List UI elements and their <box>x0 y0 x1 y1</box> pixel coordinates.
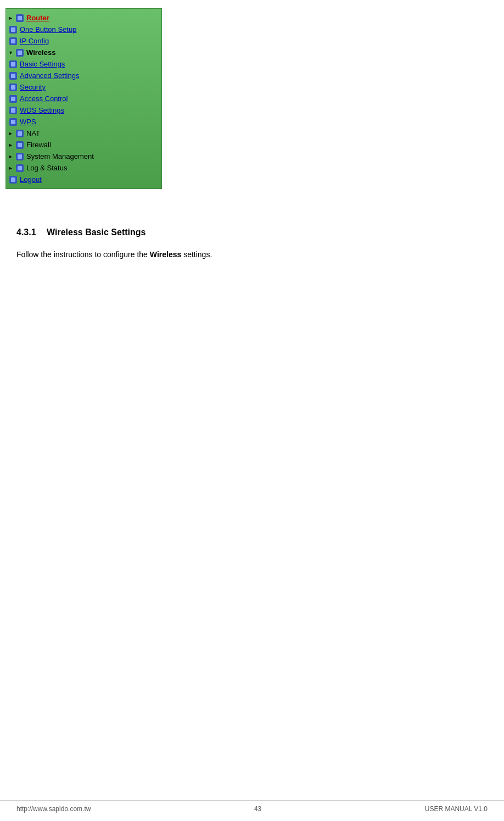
nav-item-nat[interactable]: ▸ NAT <box>6 127 161 139</box>
body-prefix: Follow the instructions to configure the <box>16 250 150 259</box>
expand-arrow-nat: ▸ <box>9 130 15 136</box>
nav-label-firewall: Firewall <box>26 141 51 149</box>
footer-website: http://www.sapido.com.tw <box>16 805 91 813</box>
nav-link-wds-settings[interactable]: WDS Settings <box>20 106 64 114</box>
folder-icon-system <box>16 153 24 160</box>
body-suffix: settings. <box>181 250 212 259</box>
expand-arrow-wireless: ▾ <box>9 49 15 56</box>
nav-item-security[interactable]: Security <box>6 81 161 93</box>
expand-arrow-log: ▸ <box>9 165 15 171</box>
nav-label-wireless: Wireless <box>26 48 55 57</box>
nav-title-router[interactable]: Router <box>26 14 49 22</box>
nav-label-nat: NAT <box>26 129 40 137</box>
nav-link-logout[interactable]: Logout <box>20 175 42 184</box>
nav-item-ip-config[interactable]: IP Config <box>6 35 161 47</box>
nav-item-logout[interactable]: Logout <box>6 174 161 185</box>
expand-arrow-router: ▸ <box>9 15 15 21</box>
nav-item-wds-settings[interactable]: WDS Settings <box>6 104 161 116</box>
nav-item-one-button-setup[interactable]: One Button Setup <box>6 24 161 35</box>
nav-item-firewall[interactable]: ▸ Firewall <box>6 139 161 151</box>
settings-icon-security <box>9 84 17 91</box>
nav-item-advanced-settings[interactable]: Advanced Settings <box>6 70 161 81</box>
expand-arrow-system: ▸ <box>9 153 15 159</box>
settings-icon-ip-config <box>9 37 17 45</box>
nav-link-ip-config[interactable]: IP Config <box>20 37 49 45</box>
folder-icon-firewall <box>16 141 24 149</box>
nav-item-log-status[interactable]: ▸ Log & Status <box>6 162 161 174</box>
nav-link-wps[interactable]: WPS <box>20 118 36 126</box>
settings-icon-wds <box>9 107 17 114</box>
nav-label-system-management: System Management <box>26 152 94 160</box>
nav-link-security[interactable]: Security <box>20 83 46 91</box>
footer-manual: USER MANUAL V1.0 <box>425 805 488 813</box>
nav-item-basic-settings[interactable]: Basic Settings <box>6 58 161 70</box>
nav-link-basic-settings[interactable]: Basic Settings <box>20 60 65 68</box>
nav-label-log-status: Log & Status <box>26 164 67 172</box>
nav-link-access-control[interactable]: Access Control <box>20 95 68 103</box>
folder-icon-router <box>16 14 24 22</box>
settings-icon-logout <box>9 176 17 184</box>
nav-item-wireless[interactable]: ▾ Wireless <box>6 47 161 58</box>
folder-icon-nat <box>16 130 24 137</box>
body-bold-word: Wireless <box>150 250 181 259</box>
nav-item-wps[interactable]: WPS <box>6 116 161 127</box>
section-title: Wireless Basic Settings <box>47 228 145 237</box>
settings-icon-advanced <box>9 72 17 80</box>
nav-link-advanced-settings[interactable]: Advanced Settings <box>20 71 79 80</box>
body-text: Follow the instructions to configure the… <box>16 248 488 260</box>
nav-root-router[interactable]: ▸ Router <box>6 12 161 24</box>
settings-icon-one-button <box>9 26 17 34</box>
folder-icon-log <box>16 164 24 172</box>
nav-item-access-control[interactable]: Access Control <box>6 93 161 104</box>
page-footer: http://www.sapido.com.tw 43 USER MANUAL … <box>0 800 504 813</box>
section-heading: 4.3.1 Wireless Basic Settings <box>16 228 488 237</box>
settings-icon-basic <box>9 60 17 68</box>
nav-item-system-management[interactable]: ▸ System Management <box>6 151 161 162</box>
settings-icon-access-control <box>9 95 17 103</box>
expand-arrow-firewall: ▸ <box>9 142 15 148</box>
settings-icon-wps <box>9 118 17 126</box>
nav-sidebar: ▸ Router One Button Setup IP Config ▾ Wi… <box>5 8 162 189</box>
footer-page-number: 43 <box>254 805 261 813</box>
main-content: 4.3.1 Wireless Basic Settings Follow the… <box>0 189 504 282</box>
nav-link-one-button-setup[interactable]: One Button Setup <box>20 25 76 34</box>
section-number: 4.3.1 <box>16 228 36 237</box>
folder-icon-wireless <box>16 49 24 57</box>
